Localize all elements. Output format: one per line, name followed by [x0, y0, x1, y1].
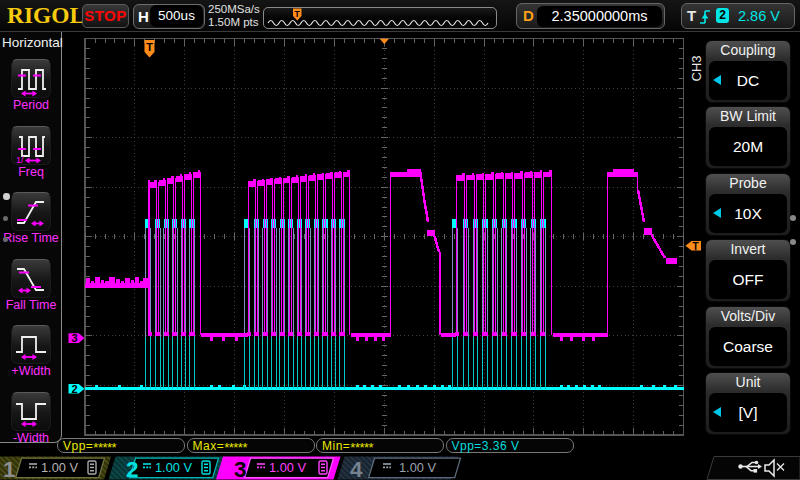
- svg-text:1.00 V: 1.00 V: [269, 460, 306, 475]
- svg-text:2: 2: [71, 383, 77, 395]
- svg-text:T: T: [146, 41, 153, 53]
- svg-text:1.00 V: 1.00 V: [399, 460, 436, 475]
- svg-text:4: 4: [350, 457, 363, 480]
- svg-text:1.00 V: 1.00 V: [155, 460, 192, 475]
- svg-text:1.00 V: 1.00 V: [41, 460, 78, 475]
- svg-text:1: 1: [3, 457, 16, 480]
- svg-text:3: 3: [234, 457, 247, 480]
- svg-text:T: T: [295, 8, 301, 18]
- svg-text:1/: 1/: [16, 155, 24, 165]
- svg-text:3: 3: [71, 332, 77, 344]
- svg-text:2: 2: [126, 457, 139, 480]
